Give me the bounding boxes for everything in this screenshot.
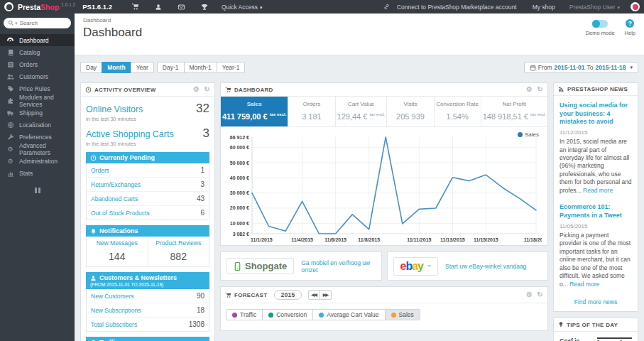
next-year-button[interactable]: ▶▶	[320, 290, 332, 300]
new-messages-link[interactable]: New Messages	[88, 239, 146, 247]
read-more-link[interactable]: Read more	[583, 187, 613, 194]
brand: PrestaShop	[18, 3, 59, 11]
my-shop-link[interactable]: My shop	[533, 4, 555, 11]
quick-access-menu[interactable]: Quick Access▾	[222, 4, 263, 11]
refresh-icon[interactable]: ↻	[204, 86, 210, 93]
table-row: Return/Exchanges3	[87, 178, 209, 192]
search-input[interactable]	[20, 20, 61, 26]
gear-icon[interactable]: ⚙	[526, 291, 533, 298]
sidebar-item-label: Customers	[19, 73, 48, 80]
sidebar-item-localization[interactable]: Localization	[0, 119, 75, 131]
marketplace-icon	[383, 4, 390, 10]
sidebar-item-label: Stats	[19, 170, 33, 177]
legend-conversion-button[interactable]: Conversion	[262, 309, 313, 320]
abandoned-carts-value: 43	[197, 195, 204, 202]
sidebar-item-orders[interactable]: Orders	[0, 58, 75, 70]
shop-name-link[interactable]: PS1.6.1.2	[82, 3, 112, 11]
marketplace-link[interactable]: Connect to PrestaShop Marketplace accoun…	[397, 4, 517, 11]
chevron-down-icon: ▾	[617, 5, 620, 10]
pending-orders-link[interactable]: Orders	[91, 167, 109, 174]
sidebar-item-price-rules[interactable]: Price Rules	[0, 82, 75, 94]
kpi-conversion-rate[interactable]: Conversion Rate1.54%	[435, 97, 481, 126]
total-subscribers-link[interactable]: Total Subscribers	[91, 321, 137, 328]
new-customers-link[interactable]: New Customers	[91, 293, 133, 300]
gear-icon[interactable]: ⚙	[526, 86, 533, 93]
refresh-icon[interactable]: ↻	[537, 291, 543, 298]
read-more-link[interactable]: Read more	[569, 281, 599, 288]
dashboard-panel: DASHBOARD ⚙↻ Sales411 759,00 € tax excl.…	[220, 82, 548, 246]
sidebar-item-preferences[interactable]: Preferences	[0, 131, 75, 143]
filter-year-button[interactable]: Year	[131, 62, 154, 73]
previous-year-button[interactable]: ◀◀	[308, 290, 320, 300]
gear-icon[interactable]: ⚙	[193, 86, 200, 93]
find-more-news-link[interactable]: Find more news	[560, 298, 632, 305]
legend-average-cart-value-button[interactable]: Average Cart Value	[312, 309, 385, 320]
trophy-icon[interactable]	[201, 4, 208, 11]
lightbulb-icon	[558, 321, 564, 328]
sidebar-item-label: Preferences	[19, 134, 52, 141]
svg-text:66 912 €: 66 912 €	[230, 135, 249, 140]
legend-dot	[268, 313, 273, 318]
customer-icon[interactable]	[155, 4, 162, 11]
sidebar-item-stats[interactable]: Stats	[0, 167, 75, 179]
chevron-down-icon[interactable]: ▾	[15, 21, 18, 26]
refresh-icon[interactable]: ↻	[537, 86, 543, 93]
svg-text:60 000 €: 60 000 €	[230, 145, 249, 150]
shopgate-link[interactable]: Ga mobiel en verhoog uw omzet	[301, 259, 375, 274]
sidebar: ▾ Dashboard Catalog Orders Customers Pri…	[0, 13, 75, 341]
filter-year-1-button[interactable]: Year-1	[217, 62, 246, 73]
sidebar-item-label: Dashboard	[19, 37, 49, 44]
sidebar-item-dashboard[interactable]: Dashboard	[0, 34, 75, 46]
pending-returns-link[interactable]: Return/Exchanges	[91, 181, 141, 188]
chart-legend[interactable]: Sales	[518, 131, 539, 138]
ebay-logo: ebay ™	[393, 257, 439, 276]
messages-icon[interactable]	[178, 4, 185, 11]
help-icon[interactable]: ?	[626, 19, 634, 28]
filter-day-button[interactable]: Day	[80, 62, 102, 73]
kpi-cart-value[interactable]: Cart Value129,44 € tax excl.	[336, 97, 388, 126]
sidebar-search[interactable]: ▾	[4, 18, 71, 28]
sidebar-item-modules-and-services[interactable]: Modules and Services	[0, 94, 75, 107]
online-visitors-link[interactable]: Online Visitors	[86, 104, 143, 114]
filter-month-1-button[interactable]: Month-1	[184, 62, 217, 73]
kpi-orders[interactable]: Orders3 181	[288, 97, 335, 126]
legend-traffic-button[interactable]: Traffic	[226, 309, 263, 320]
news-article-title[interactable]: Ecommerce 101: Payments in a Tweet	[560, 203, 632, 220]
kpi-net-profit[interactable]: Net Profit148 918,51 € tax excl.	[481, 97, 547, 126]
panel-title: PRESTASHOP NEWS	[567, 86, 628, 92]
sidebar-item-advanced-parameters[interactable]: ⚙Advanced Parameters	[0, 143, 75, 155]
cart-icon[interactable]	[131, 3, 139, 11]
truck-icon	[6, 109, 14, 117]
svg-text:11/1/2015: 11/1/2015	[251, 237, 273, 242]
user-menu[interactable]: PrestaShop User▾	[569, 4, 620, 11]
ebay-module: ebay ™ Start uw eBay-winkel vandaag	[387, 251, 549, 281]
filter-day-1-button[interactable]: Day-1	[157, 62, 185, 73]
sidebar-item-customers[interactable]: Customers	[0, 70, 75, 82]
breadcrumb[interactable]: Dashboard	[83, 17, 635, 23]
collapse-menu-button[interactable]	[34, 188, 41, 193]
sidebar-item-catalog[interactable]: Catalog	[0, 46, 75, 58]
panel-title: ACTIVITY OVERVIEW	[94, 87, 156, 93]
new-subscriptions-link[interactable]: New Subscriptions	[91, 307, 141, 314]
filter-month-button[interactable]: Month	[102, 62, 131, 73]
cart-icon	[225, 87, 231, 93]
out-of-stock-link[interactable]: Out of Stock Products	[91, 210, 150, 217]
kpi-sales[interactable]: Sales411 759,00 € tax excl.	[221, 97, 288, 126]
product-reviews-link[interactable]: Product Reviews	[150, 239, 208, 247]
sidebar-item-label: Modules and Services	[19, 94, 75, 108]
legend-sales-button[interactable]: Sales	[385, 309, 420, 320]
table-row: Abandoned Carts43	[87, 192, 209, 206]
sidebar-item-administration[interactable]: ⚙Administration	[0, 155, 75, 167]
ebay-link[interactable]: Start uw eBay-winkel vandaag	[445, 263, 526, 270]
user-icon	[90, 275, 97, 281]
kpi-visits[interactable]: Visits205 939	[387, 97, 434, 126]
prestashop-news-panel: PRESTASHOP NEWS Using social media for y…	[553, 82, 638, 312]
user-avatar[interactable]	[631, 2, 640, 11]
abandoned-carts-link[interactable]: Abandoned Carts	[91, 195, 138, 202]
demo-mode-toggle[interactable]	[592, 20, 608, 28]
topbar: PrestaShop 1.6.1.2 PS1.6.1.2 Quick Acces…	[0, 0, 644, 13]
date-range-picker[interactable]: From 2015-11-01 To 2015-11-18 ▾	[524, 62, 638, 73]
sidebar-item-shipping[interactable]: Shipping	[0, 107, 75, 119]
active-carts-link[interactable]: Active Shopping Carts	[86, 129, 174, 139]
news-article-title[interactable]: Using social media for your business: 4 …	[560, 102, 632, 126]
